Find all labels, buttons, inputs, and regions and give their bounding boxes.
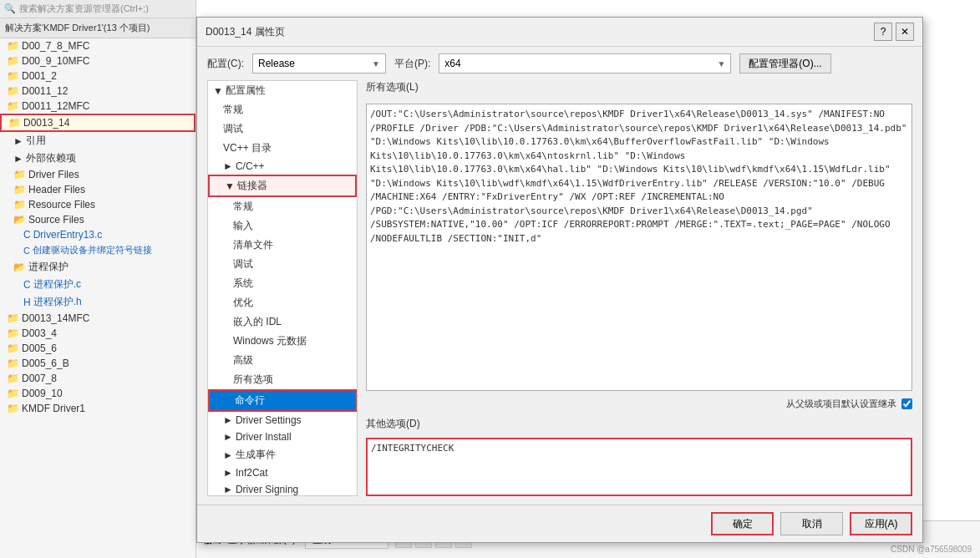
solution-title: 解决方案'KMDF Driver1'(13 个项目) — [0, 18, 195, 38]
tree-D009_10[interactable]: 📁 D009_10 — [0, 386, 195, 401]
tree-qingchu[interactable]: 清单文件 — [208, 236, 357, 255]
watermark: CSDN @a756598009 — [891, 545, 972, 554]
tree-jincheng-h[interactable]: H 进程保护.h — [0, 293, 195, 311]
config-label: 配置(C): — [207, 57, 244, 71]
tree-D00_7_8_MFC[interactable]: 📁 D00_7_8_MFC — [0, 38, 195, 53]
tree-D001_2[interactable]: 📁 D001_2 — [0, 68, 195, 84]
dialog-controls: ? ✕ — [874, 23, 914, 41]
tree-xitong[interactable]: 系统 — [208, 274, 357, 293]
config-row: 配置(C): Release ▼ 平台(P): x64 ▼ 配置管理器(O)..… — [197, 47, 922, 80]
tree-sourcefiles[interactable]: 📂 Source Files — [0, 212, 195, 227]
config-select-arrow: ▼ — [372, 59, 380, 68]
inherit-label: 从父级或项目默认设置继承 — [786, 398, 896, 410]
tree-suoyou[interactable]: 所有选项 — [208, 370, 357, 389]
tree-changgui[interactable]: 常规 — [208, 100, 357, 119]
tree-cplusplus[interactable]: ► C/C++ — [208, 158, 357, 175]
tree-D005_6[interactable]: 📁 D005_6 — [0, 341, 195, 356]
ok-button[interactable]: 确定 — [711, 512, 774, 535]
dialog-body: ▼ 配置属性 常规 调试 VC++ 目录 ► C/C++ ▼ 链接器 常规 输入… — [197, 80, 922, 505]
all-options-label: 所有选项(L) — [366, 80, 912, 94]
config-select[interactable]: Release ▼ — [252, 53, 386, 74]
tree-jincheng-c[interactable]: C 进程保护.c — [0, 276, 195, 293]
dialog-title: D0013_14 属性页 — [206, 25, 285, 39]
search-bar[interactable]: 🔍 搜索解决方案资源管理器(Ctrl+;) — [0, 0, 195, 18]
tree-qianru[interactable]: 嵌入的 IDL — [208, 312, 357, 332]
inherit-row: 从父级或项目默认设置继承 — [366, 398, 912, 410]
other-options-label: 其他选项(D) — [366, 417, 912, 431]
other-options-text[interactable]: /INTEGRITYCHECK — [366, 438, 912, 496]
tree-windows[interactable]: Windows 元数据 — [208, 332, 357, 351]
properties-dialog: D0013_14 属性页 ? ✕ 配置(C): Release ▼ 平台(P):… — [196, 17, 923, 543]
cancel-button[interactable]: 取消 — [780, 512, 843, 535]
tree-D007_8[interactable]: 📁 D007_8 — [0, 371, 195, 386]
tree-D0011_12[interactable]: 📁 D0011_12 — [0, 84, 195, 99]
search-placeholder: 搜索解决方案资源管理器(Ctrl+;) — [19, 3, 149, 15]
right-content-panel: 所有选项(L) /OUT:"C:\Users\Administrator\sou… — [366, 80, 912, 496]
tree-tiaoshi2[interactable]: 调试 — [208, 255, 357, 274]
tree-chuangjian[interactable]: C 创建驱动设备并绑定符号链接 — [0, 242, 195, 258]
tree-lianjieqi[interactable]: ▼ 链接器 — [208, 175, 357, 197]
tree-D003_4[interactable]: 📁 D003_4 — [0, 326, 195, 341]
tree-inf2cat[interactable]: ► Inf2Cat — [208, 464, 357, 481]
tree-jinchengbaohu[interactable]: 📂 进程保护 — [0, 258, 195, 276]
platform-label: 平台(P): — [394, 57, 430, 71]
tree-D0011_12MFC[interactable]: 📁 D0011_12MFC — [0, 99, 195, 114]
search-icon: 🔍 — [4, 3, 16, 14]
tree-tiaoshi[interactable]: 调试 — [208, 119, 357, 139]
tree-D005_6_B[interactable]: 📁 D005_6_B — [0, 356, 195, 371]
tree-driverfiles[interactable]: 📁 Driver Files — [0, 167, 195, 182]
tree-mingling[interactable]: 命令行 — [208, 389, 357, 412]
tree-driver-signing[interactable]: ► Driver Signing — [208, 481, 357, 496]
tree-driver-install[interactable]: ► Driver Install — [208, 429, 357, 445]
solution-tree: 📁 D00_7_8_MFC 📁 D00_9_10MFC 📁 D001_2 📁 D… — [0, 38, 195, 550]
tree-waibu[interactable]: ► 外部依赖项 — [0, 150, 195, 167]
tree-shuru[interactable]: 输入 — [208, 216, 357, 236]
tree-yinyong[interactable]: ► 引用 — [0, 132, 195, 150]
tree-resourcefiles[interactable]: 📁 Resource Files — [0, 197, 195, 212]
dialog-footer: 确定 取消 应用(A) — [197, 505, 922, 542]
help-button[interactable]: ? — [874, 23, 892, 41]
config-tree-panel: ▼ 配置属性 常规 调试 VC++ 目录 ► C/C++ ▼ 链接器 常规 输入… — [207, 80, 358, 496]
tree-gaoji[interactable]: 高级 — [208, 351, 357, 370]
inherit-checkbox[interactable] — [901, 398, 912, 409]
tree-shengchengs[interactable]: ► 生成事件 — [208, 445, 357, 464]
config-manager-button[interactable]: 配置管理器(O)... — [739, 53, 830, 74]
tree-KMDF[interactable]: 📁 KMDF Driver1 — [0, 401, 195, 416]
tree-D00_9_10MFC[interactable]: 📁 D00_9_10MFC — [0, 53, 195, 68]
platform-select[interactable]: x64 ▼ — [439, 53, 731, 74]
apply-button[interactable]: 应用(A) — [850, 512, 912, 535]
platform-select-arrow: ▼ — [717, 59, 725, 68]
main-options-text[interactable]: /OUT:"C:\Users\Administrator\source\repo… — [366, 104, 912, 391]
tree-peizhi[interactable]: ▼ 配置属性 — [208, 81, 357, 100]
tree-vcpp[interactable]: VC++ 目录 — [208, 139, 357, 158]
tree-headerfiles[interactable]: 📁 Header Files — [0, 182, 195, 197]
tree-driver-settings[interactable]: ► Driver Settings — [208, 412, 357, 429]
tree-D0013_14MFC[interactable]: 📁 D0013_14MFC — [0, 311, 195, 326]
dialog-titlebar: D0013_14 属性页 ? ✕ — [197, 18, 922, 47]
tree-changgui2[interactable]: 常规 — [208, 197, 357, 216]
tree-youhua[interactable]: 优化 — [208, 293, 357, 312]
solution-explorer: 🔍 搜索解决方案资源管理器(Ctrl+;) 解决方案'KMDF Driver1'… — [0, 0, 196, 558]
tree-D0013_14[interactable]: 📁 D0013_14 — [0, 114, 195, 132]
tree-driverentry[interactable]: C DriverEntry13.c — [0, 227, 195, 242]
close-button[interactable]: ✕ — [896, 23, 914, 41]
